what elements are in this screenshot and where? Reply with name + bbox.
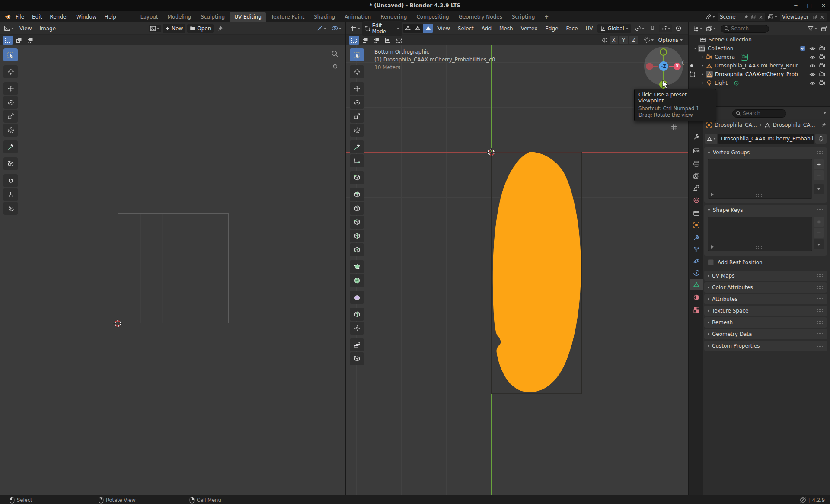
- proportional-editing-toggle[interactable]: [674, 24, 683, 32]
- maximize-button[interactable]: □: [807, 3, 812, 9]
- tool-loop-cut[interactable]: [350, 230, 364, 242]
- panel-grip-icon[interactable]: [817, 344, 824, 347]
- tab-texture[interactable]: [690, 304, 703, 316]
- hide-eye-icon[interactable]: [809, 80, 816, 86]
- outliner-display-mode-button[interactable]: [705, 25, 717, 33]
- tab-view-layer[interactable]: [690, 170, 703, 182]
- uv-tool-pinch[interactable]: [3, 202, 18, 215]
- tool-move[interactable]: [350, 82, 364, 95]
- tool-extrude-region[interactable]: [350, 188, 364, 201]
- viewport-editor-type-button[interactable]: [349, 24, 361, 32]
- workspace-tab-scripting[interactable]: Scripting: [508, 12, 539, 22]
- blender-logo-icon[interactable]: [3, 13, 11, 20]
- tab-scene[interactable]: [690, 182, 703, 194]
- outliner-search-input[interactable]: [731, 26, 766, 32]
- open-image-button[interactable]: Open: [187, 24, 214, 33]
- workspace-tab-modeling[interactable]: Modeling: [163, 12, 196, 22]
- shape-key-add-button[interactable]: [814, 217, 824, 227]
- outliner-editor-type-button[interactable]: [691, 25, 704, 33]
- copy-icon[interactable]: [812, 14, 817, 19]
- tab-render[interactable]: [690, 145, 703, 156]
- pan-hand-icon[interactable]: [332, 63, 339, 70]
- close-button[interactable]: ✕: [821, 3, 826, 9]
- vp-menu-edge[interactable]: Edge: [542, 24, 562, 33]
- shape-keys-header[interactable]: Shape Keys: [704, 205, 827, 215]
- uv-menu-image[interactable]: Image: [36, 24, 59, 33]
- panel-uv-maps[interactable]: UV Maps: [704, 271, 827, 281]
- fake-user-shield-button[interactable]: [815, 134, 827, 144]
- uv-tool-rotate[interactable]: [3, 96, 18, 109]
- sidebar-toggle-arrow[interactable]: ❮: [681, 60, 685, 65]
- workspace-tab-layout[interactable]: Layout: [136, 12, 163, 22]
- menu-render[interactable]: Render: [46, 12, 72, 22]
- disable-render-icon[interactable]: [819, 71, 826, 78]
- options-dropdown[interactable]: Options: [656, 36, 685, 45]
- tab-particles[interactable]: [690, 244, 703, 255]
- mirror-x-button[interactable]: X: [610, 36, 618, 44]
- tab-modifiers[interactable]: [690, 232, 703, 243]
- mirror-y-button[interactable]: Y: [619, 36, 628, 44]
- pin-icon[interactable]: [744, 14, 749, 19]
- shape-keys-list[interactable]: [708, 217, 812, 251]
- vp-menu-add[interactable]: Add: [478, 24, 495, 33]
- selected-faces-blob[interactable]: [493, 152, 581, 392]
- disable-render-icon[interactable]: [819, 63, 826, 69]
- outliner-row-drosophila-prob[interactable]: Drosophila_CAAX-mCherry_Prob: [702, 70, 828, 79]
- panel-custom-properties[interactable]: Custom Properties: [704, 341, 827, 351]
- breadcrumb-object[interactable]: Drosophila_CA...: [715, 122, 757, 128]
- tab-constraints[interactable]: [690, 267, 703, 278]
- uv-select-mode-subtract[interactable]: [25, 36, 35, 45]
- vp-menu-face[interactable]: Face: [562, 24, 581, 33]
- tool-bevel[interactable]: [350, 216, 364, 229]
- hide-eye-icon[interactable]: [809, 45, 816, 52]
- collapse-chevron-icon[interactable]: [694, 48, 696, 49]
- vp-select-mode-extend[interactable]: [360, 36, 370, 45]
- pivot-point-dropdown[interactable]: [633, 24, 646, 32]
- select-mode-face[interactable]: [423, 24, 434, 33]
- menu-edit[interactable]: Edit: [29, 12, 45, 22]
- tab-object[interactable]: [690, 220, 703, 231]
- uv-tool-relax[interactable]: [3, 188, 18, 201]
- uv-gizmos-toggle[interactable]: [315, 24, 328, 32]
- hide-eye-icon[interactable]: [809, 71, 816, 78]
- vp-select-mode-subtract[interactable]: [371, 36, 382, 45]
- panel-remesh[interactable]: Remesh: [704, 317, 827, 328]
- workspace-tab-uv-editing[interactable]: UV Editing: [230, 12, 266, 22]
- panel-grip-icon[interactable]: [817, 208, 824, 211]
- uv-tool-rip-region[interactable]: [3, 157, 18, 170]
- menu-help[interactable]: Help: [101, 12, 119, 22]
- tool-shrink-fatten[interactable]: [350, 322, 364, 335]
- properties-options-button[interactable]: [822, 112, 827, 115]
- tool-knife[interactable]: [350, 243, 364, 256]
- breadcrumb-data[interactable]: Drosophila_CA...: [773, 122, 815, 128]
- viewlayer-browse-button[interactable]: [766, 13, 779, 21]
- expand-chevron-icon[interactable]: [702, 82, 703, 84]
- workspace-tab-rendering[interactable]: Rendering: [376, 12, 411, 22]
- workspace-tab-shading[interactable]: Shading: [310, 12, 339, 22]
- outliner-row-collection[interactable]: Collection: [694, 44, 828, 53]
- panel-geometry-data[interactable]: Geometry Data: [704, 329, 827, 339]
- minimize-button[interactable]: ─: [794, 3, 797, 9]
- pin-icon[interactable]: [820, 122, 827, 128]
- properties-search-input[interactable]: [743, 110, 777, 116]
- panel-grip-icon[interactable]: [817, 286, 824, 289]
- viewlayer-selector[interactable]: ViewLayer: [780, 13, 827, 21]
- tab-material[interactable]: [690, 292, 703, 303]
- expand-chevron-icon[interactable]: [702, 73, 703, 76]
- vertex-groups-list[interactable]: [708, 159, 812, 199]
- tool-transform[interactable]: [350, 124, 364, 137]
- tab-world[interactable]: [690, 195, 703, 206]
- snap-toggle[interactable]: [648, 24, 657, 32]
- list-resize-grip-icon[interactable]: [756, 194, 763, 197]
- hide-eye-icon[interactable]: [809, 63, 816, 69]
- hide-eye-icon[interactable]: [809, 54, 816, 61]
- scene-selector[interactable]: Scene: [718, 13, 765, 21]
- panel-grip-icon[interactable]: [817, 151, 824, 154]
- vp-menu-select[interactable]: Select: [454, 24, 477, 33]
- panel-grip-icon[interactable]: [817, 321, 824, 324]
- tool-select-box[interactable]: [350, 48, 364, 61]
- menu-window[interactable]: Window: [73, 12, 100, 22]
- panel-attributes[interactable]: Attributes: [704, 294, 827, 304]
- workspace-tab-geometry-nodes[interactable]: Geometry Nodes: [454, 12, 507, 22]
- select-mode-vertex[interactable]: [403, 24, 413, 33]
